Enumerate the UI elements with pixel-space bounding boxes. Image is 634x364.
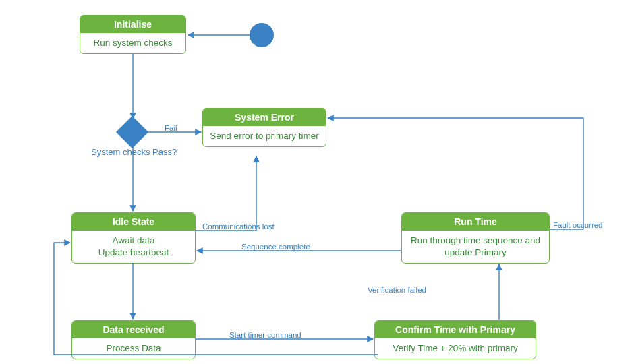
start-node-icon xyxy=(250,23,274,47)
node-data-received-body: Process Data xyxy=(72,338,195,359)
node-initialise: Initialise Run system checks xyxy=(80,15,186,54)
node-system-error-title: System Error xyxy=(203,109,326,126)
node-confirm: Confirm Time with Primary Verify Time + … xyxy=(374,320,536,359)
node-system-error: System Error Send error to primary timer xyxy=(202,108,326,147)
node-idle: Idle State Await data Update heartbeat xyxy=(71,212,196,264)
edge-label-start-timer: Start timer command xyxy=(229,331,301,339)
node-idle-title: Idle State xyxy=(72,213,195,231)
node-data-received-title: Data received xyxy=(72,321,195,338)
diagram-canvas: Initialise Run system checks System chec… xyxy=(0,0,634,364)
node-data-received: Data received Process Data xyxy=(71,320,196,359)
edge-label-seq-complete: Sequence complete xyxy=(241,243,310,251)
node-runtime: Run Time Run through time sequence and u… xyxy=(401,212,550,264)
node-runtime-body: Run through time sequence and update Pri… xyxy=(402,231,549,263)
node-runtime-title: Run Time xyxy=(402,213,549,231)
node-system-error-body: Send error to primary timer xyxy=(203,126,326,146)
node-confirm-body: Verify Time + 20% with primary xyxy=(375,338,536,359)
edges-layer xyxy=(0,0,634,364)
edge-label-comm-lost: Communications lost xyxy=(202,222,275,231)
edge-label-fail: Fail xyxy=(165,124,177,132)
node-idle-body: Await data Update heartbeat xyxy=(72,231,195,263)
decision-diamond-icon xyxy=(116,116,148,148)
node-confirm-title: Confirm Time with Primary xyxy=(375,321,536,338)
edge-label-verify-failed: Verification failed xyxy=(368,286,426,294)
node-initialise-title: Initialise xyxy=(80,16,185,33)
decision-label: System checks Pass? xyxy=(91,147,177,157)
edge-label-fault: Fault occurred xyxy=(553,221,603,229)
node-initialise-body: Run system checks xyxy=(80,33,185,53)
